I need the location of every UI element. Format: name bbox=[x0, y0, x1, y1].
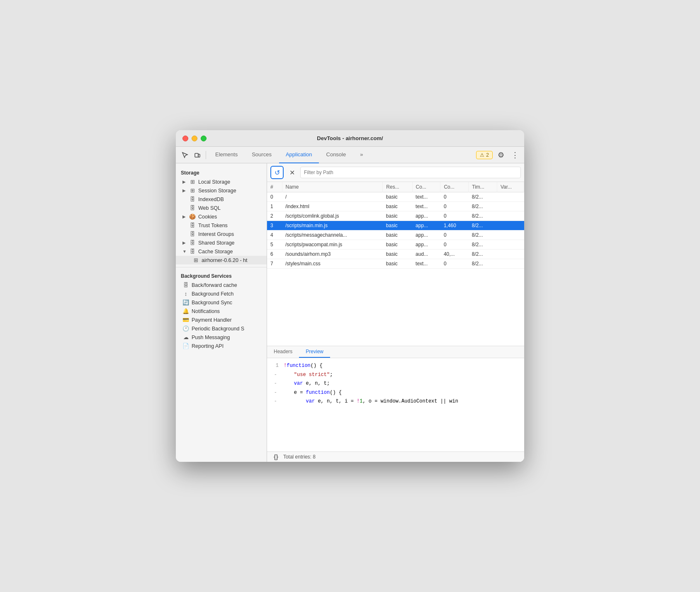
sidebar-item-cache-entry[interactable]: ⊞ airhorner-0.6.20 - ht bbox=[176, 256, 267, 264]
cell-name: /index.html bbox=[282, 202, 383, 211]
sidebar-item-cookies[interactable]: ▶ 🍪 Cookies bbox=[176, 212, 267, 221]
cell-num: 4 bbox=[267, 230, 282, 240]
sidebar-item-local-storage[interactable]: ▶ ⊞ Local Storage bbox=[176, 177, 267, 186]
table-row[interactable]: 1 /index.html basic text... 0 8/2... bbox=[267, 202, 524, 211]
sidebar-item-background-fetch[interactable]: ↕ Background Fetch bbox=[176, 289, 267, 298]
col-header-var: Var... bbox=[497, 182, 524, 192]
sidebar-item-indexeddb[interactable]: 🗄 IndexedDB bbox=[176, 195, 267, 204]
sidebar-item-periodic-bg[interactable]: 🕐 Periodic Background S bbox=[176, 324, 267, 333]
sidebar-item-cache-storage[interactable]: ▼ 🗄 Cache Storage bbox=[176, 247, 267, 256]
close-button[interactable] bbox=[182, 136, 188, 141]
cell-var bbox=[497, 259, 524, 269]
cell-num: 7 bbox=[267, 259, 282, 269]
cell-tim: 8/2... bbox=[469, 230, 497, 240]
cell-tim: 8/2... bbox=[469, 202, 497, 211]
sidebar-item-label: airhorner-0.6.20 - ht bbox=[202, 257, 247, 263]
tab-elements[interactable]: Elements bbox=[209, 147, 244, 163]
cell-var bbox=[497, 211, 524, 221]
col-header-tim: Tim... bbox=[469, 182, 497, 192]
sidebar-item-background-sync[interactable]: 🔄 Background Sync bbox=[176, 298, 267, 307]
more-options-button[interactable]: ⋮ bbox=[509, 149, 521, 161]
table-row[interactable]: 2 /scripts/comlink.global.js basic app..… bbox=[267, 211, 524, 221]
sidebar-item-label: Cookies bbox=[198, 214, 217, 220]
filter-input[interactable] bbox=[300, 167, 521, 178]
sidebar-item-trust-tokens[interactable]: 🗄 Trust Tokens bbox=[176, 221, 267, 230]
grid-icon: ⊞ bbox=[189, 187, 196, 194]
sidebar-item-label: Reporting API bbox=[192, 343, 224, 349]
cache-table: # Name Res... Co... Co... Tim... Var... … bbox=[267, 182, 524, 346]
code-line-4: - e = function() { bbox=[274, 388, 518, 398]
sidebar-item-notifications[interactable]: 🔔 Notifications bbox=[176, 307, 267, 315]
cell-var bbox=[497, 221, 524, 230]
sidebar-item-web-sql[interactable]: 🗄 Web SQL bbox=[176, 204, 267, 212]
cell-co2: 0 bbox=[440, 259, 469, 269]
maximize-button[interactable] bbox=[201, 136, 207, 141]
tab-more[interactable]: » bbox=[353, 147, 369, 163]
window-title: DevTools - airhorner.com/ bbox=[317, 135, 383, 141]
sidebar-item-session-storage[interactable]: ▶ ⊞ Session Storage bbox=[176, 186, 267, 195]
cell-num: 0 bbox=[267, 192, 282, 202]
sidebar-item-payment-handler[interactable]: 💳 Payment Handler bbox=[176, 315, 267, 324]
cell-co2: 40,... bbox=[440, 250, 469, 259]
sidebar-item-back-forward[interactable]: 🗄 Back/forward cache bbox=[176, 281, 267, 289]
cell-var bbox=[497, 192, 524, 202]
db-icon: 🗄 bbox=[182, 282, 189, 288]
cell-tim: 8/2... bbox=[469, 240, 497, 250]
select-element-button[interactable] bbox=[179, 149, 191, 161]
doc-icon: 📄 bbox=[182, 343, 189, 349]
table-row[interactable]: 6 /sounds/airhorn.mp3 basic aud... 40,..… bbox=[267, 250, 524, 259]
cache-toolbar: ↺ ✕ bbox=[267, 163, 524, 182]
refresh-button[interactable]: ↺ bbox=[270, 166, 284, 179]
settings-button[interactable]: ⚙ bbox=[495, 149, 507, 161]
col-header-co1: Co... bbox=[412, 182, 440, 192]
table-row[interactable]: 3 /scripts/main.min.js basic app... 1,46… bbox=[267, 221, 524, 230]
warning-badge[interactable]: ⚠ 2 bbox=[476, 151, 493, 159]
cell-var bbox=[497, 250, 524, 259]
tab-headers[interactable]: Headers bbox=[267, 346, 299, 358]
payment-icon: 💳 bbox=[182, 317, 189, 323]
cell-num: 1 bbox=[267, 202, 282, 211]
sidebar-item-shared-storage[interactable]: ▶ 🗄 Shared Storage bbox=[176, 238, 267, 247]
sidebar-item-reporting-api[interactable]: 📄 Reporting API bbox=[176, 342, 267, 350]
cell-tim: 8/2... bbox=[469, 221, 497, 230]
minimize-button[interactable] bbox=[192, 136, 197, 141]
toolbar-divider bbox=[206, 151, 206, 159]
cell-res: basic bbox=[383, 192, 412, 202]
tab-console[interactable]: Console bbox=[320, 147, 353, 163]
tab-sources[interactable]: Sources bbox=[245, 147, 278, 163]
tab-application[interactable]: Application bbox=[279, 147, 319, 163]
main-toolbar: Elements Sources Application Console » ⚠… bbox=[176, 147, 524, 163]
devtools-window: DevTools - airhorner.com/ Elements Sourc… bbox=[176, 130, 524, 462]
expand-arrow-icon: ▶ bbox=[182, 188, 187, 193]
sidebar-divider bbox=[176, 267, 267, 267]
code-content: "use strict"; bbox=[282, 371, 333, 380]
expand-arrow-icon: ▶ bbox=[182, 240, 187, 245]
sidebar-item-interest-groups[interactable]: 🗄 Interest Groups bbox=[176, 230, 267, 238]
line-number: - bbox=[274, 371, 277, 380]
sidebar-item-label: Session Storage bbox=[198, 188, 236, 194]
tab-preview[interactable]: Preview bbox=[299, 346, 330, 358]
pretty-print-button[interactable]: {} bbox=[274, 454, 278, 460]
cell-co1: app... bbox=[412, 211, 440, 221]
table-row[interactable]: 5 /scripts/pwacompat.min.js basic app...… bbox=[267, 240, 524, 250]
table-row[interactable]: 4 /scripts/messagechannela... basic app.… bbox=[267, 230, 524, 240]
db-icon: 🗄 bbox=[189, 231, 196, 237]
table-row[interactable]: 7 /styles/main.css basic text... 0 8/2..… bbox=[267, 259, 524, 269]
expand-arrow-icon: ▼ bbox=[182, 249, 187, 254]
sidebar-item-label: Interest Groups bbox=[198, 231, 234, 237]
clear-button[interactable]: ✕ bbox=[286, 167, 298, 178]
sidebar-item-label: Notifications bbox=[192, 308, 220, 314]
code-content: var e, n, t, i = !1, o = window.AudioCon… bbox=[282, 397, 458, 406]
cell-co1: text... bbox=[412, 192, 440, 202]
device-toggle-button[interactable] bbox=[192, 149, 203, 161]
cell-res: basic bbox=[383, 211, 412, 221]
table-row[interactable]: 0 / basic text... 0 8/2... bbox=[267, 192, 524, 202]
cell-co1: app... bbox=[412, 221, 440, 230]
line-number: - bbox=[274, 379, 277, 388]
cell-co1: text... bbox=[412, 202, 440, 211]
cell-name: /scripts/messagechannela... bbox=[282, 230, 383, 240]
sidebar-item-label: Web SQL bbox=[198, 205, 221, 211]
sidebar-item-push-messaging[interactable]: ☁ Push Messaging bbox=[176, 333, 267, 342]
code-line-3: - var e, n, t; bbox=[274, 379, 518, 388]
sidebar-item-label: Background Sync bbox=[192, 300, 232, 306]
